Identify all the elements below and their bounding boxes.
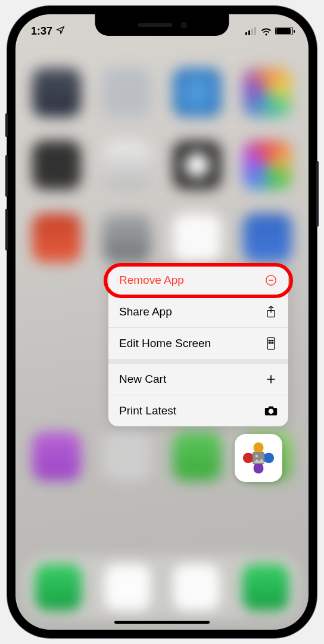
status-right	[245, 27, 293, 35]
app-context-menu: Remove App Share App Edit Home Screen Ne…	[108, 265, 288, 426]
svg-point-4	[269, 340, 270, 342]
front-camera	[180, 22, 186, 28]
earpiece-speaker	[138, 23, 172, 27]
volume-down-button	[5, 209, 8, 250]
menu-item-label: Print Latest	[119, 404, 176, 417]
menu-item-new-cart[interactable]: New Cart	[108, 364, 288, 395]
menu-item-label: Remove App	[119, 274, 184, 287]
svg-point-9	[272, 342, 273, 343]
plus-icon	[264, 373, 278, 386]
location-services-icon	[56, 25, 65, 38]
battery-icon	[275, 27, 293, 35]
menu-item-label: New Cart	[119, 373, 166, 386]
wifi-icon	[260, 27, 271, 35]
blurred-dock	[24, 555, 300, 620]
volume-up-button	[5, 155, 8, 197]
svg-point-8	[270, 342, 272, 343]
status-time: 1:37	[31, 25, 52, 38]
svg-point-13	[256, 455, 258, 458]
phone-apps-icon	[264, 337, 278, 350]
status-left: 1:37	[31, 25, 65, 38]
cell-signal-icon	[245, 27, 256, 35]
target-app-icon[interactable]	[235, 434, 282, 482]
menu-item-print-latest[interactable]: Print Latest	[108, 395, 288, 426]
svg-point-7	[269, 342, 270, 343]
menu-item-label: Share App	[119, 305, 172, 318]
menu-item-edit-home-screen[interactable]: Edit Home Screen	[108, 328, 288, 364]
minus-circle-icon	[264, 274, 278, 287]
iphone-device-frame: 1:37	[7, 6, 317, 638]
multicolor-petal-photo-icon	[239, 439, 278, 477]
mute-switch	[5, 113, 8, 137]
home-indicator[interactable]	[114, 621, 210, 624]
share-icon	[264, 305, 278, 318]
menu-item-label: Edit Home Screen	[119, 337, 211, 350]
menu-item-share-app[interactable]: Share App	[108, 296, 288, 328]
screen: 1:37	[15, 14, 309, 630]
side-button	[316, 161, 319, 227]
menu-item-remove-app[interactable]: Remove App	[108, 265, 288, 296]
svg-point-6	[272, 340, 273, 342]
camera-icon	[264, 404, 278, 417]
notch	[95, 14, 229, 36]
svg-point-5	[270, 340, 272, 342]
